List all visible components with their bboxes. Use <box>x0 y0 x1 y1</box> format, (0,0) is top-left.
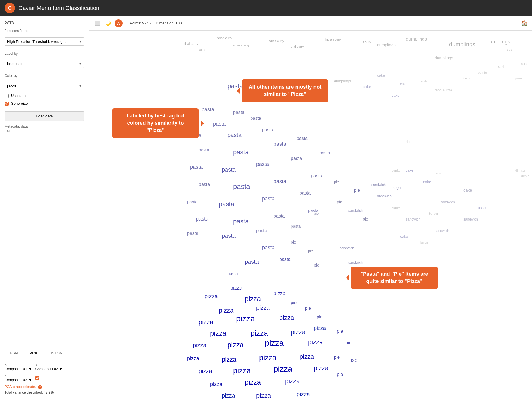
points-stat: Points: 9245 <box>130 21 151 25</box>
z-component-select[interactable]: Component #3 ▼ <box>5 378 32 382</box>
y-label: Y <box>35 363 63 366</box>
xy-components: X Component #1 ▼ Y Component #2 ▼ <box>5 363 84 371</box>
dimension-stat: Dimension: 100 <box>156 21 182 25</box>
main-content: ⬜ 🌙 A Points: 9245 | Dimension: 100 🏠 La… <box>89 16 532 399</box>
sphereize-label: Sphereize <box>11 101 28 106</box>
app-logo: C <box>5 3 15 13</box>
projection-tabs: T-SNE PCA CUSTOM <box>5 349 84 358</box>
z-checkbox-row <box>35 376 39 380</box>
y-component-arrow-icon: ▼ <box>59 367 62 371</box>
label-by-value: best_tag <box>7 62 22 66</box>
sidebar-bottom: T-SNE PCA CUSTOM X Component #1 ▼ Y Comp… <box>5 344 84 394</box>
x-label: X <box>5 363 32 366</box>
toolbar-stats: Points: 9245 | Dimension: 100 <box>130 21 182 25</box>
callout-pasta-pie: "Pasta" and "Pie" items are quite simila… <box>351 267 438 289</box>
toolbar-divider <box>126 20 126 27</box>
use-categories-label: Use cate <box>11 94 26 98</box>
z-enable-checkbox[interactable] <box>35 376 39 380</box>
color-by-dropdown[interactable]: pizza ▼ <box>5 82 84 90</box>
app-title: Caviar Menu Item Classification <box>18 5 99 12</box>
toolbar-icons: ⬜ 🌙 A <box>94 19 123 27</box>
main-layout: DATA 2 tensors found High Precision Thre… <box>0 16 532 399</box>
use-categories-checkbox[interactable] <box>5 94 9 98</box>
sidebar: DATA 2 tensors found High Precision Thre… <box>0 16 89 399</box>
tab-pca[interactable]: PCA <box>25 349 42 358</box>
threshold-value: High Precision Threshold, Averag... <box>7 39 66 44</box>
x-component-select[interactable]: Component #1 ▼ <box>5 367 32 371</box>
z-label-group: Z Component #3 ▼ <box>5 374 32 382</box>
mode-a-button[interactable]: A <box>115 19 123 27</box>
home-button[interactable]: 🏠 <box>521 20 527 26</box>
color-by-arrow-icon: ▼ <box>79 84 82 88</box>
night-mode-icon[interactable]: 🌙 <box>104 19 112 27</box>
color-by-label: Color by <box>5 74 84 78</box>
z-component-group: Z Component #3 ▼ <box>5 374 84 382</box>
metadata-text: Metadata: data nam <box>5 124 84 132</box>
threshold-dropdown[interactable]: High Precision Threshold, Averag... ▼ <box>5 37 84 46</box>
toolbar: ⬜ 🌙 A Points: 9245 | Dimension: 100 🏠 <box>89 16 532 31</box>
label-by-dropdown[interactable]: best_tag ▼ <box>5 60 84 68</box>
pca-note: PCA is approximate. ? <box>5 385 84 389</box>
tensors-found-text: 2 tensors found <box>5 29 84 33</box>
label-by-label: Label by <box>5 52 84 56</box>
load-data-button[interactable]: Load data <box>5 111 84 121</box>
label-by-arrow-icon: ▼ <box>79 62 82 65</box>
data-section-label: DATA <box>5 21 84 24</box>
z-label: Z <box>5 374 32 377</box>
tab-tsne[interactable]: T-SNE <box>5 349 25 358</box>
variance-text: Total variance described: 47.9%. <box>5 390 84 394</box>
sphereize-checkbox[interactable] <box>5 102 9 106</box>
z-component-arrow-icon: ▼ <box>29 378 32 382</box>
sphereize-row: Sphereize <box>5 101 84 106</box>
callout-pizza-label: Labeled by best tag but colored by simil… <box>112 108 199 138</box>
threshold-arrow-icon: ▼ <box>79 40 82 43</box>
y-component-select[interactable]: Component #2 ▼ <box>35 367 63 371</box>
app-header: C Caviar Menu Item Classification <box>0 0 532 16</box>
color-by-value: pizza <box>7 84 16 88</box>
tab-custom[interactable]: CUSTOM <box>42 349 67 358</box>
x-component-arrow-icon: ▼ <box>29 367 32 371</box>
callout-other-items: All other items are mostly not similar t… <box>242 79 328 102</box>
visualization-area[interactable]: Labeled by best tag but colored by simil… <box>89 31 532 399</box>
pca-question-icon[interactable]: ? <box>38 385 42 389</box>
y-component-group: Y Component #2 ▼ <box>35 363 63 371</box>
select-tool-icon[interactable]: ⬜ <box>94 19 102 27</box>
use-categories-row: Use cate <box>5 94 84 98</box>
x-component-group: X Component #1 ▼ <box>5 363 32 371</box>
